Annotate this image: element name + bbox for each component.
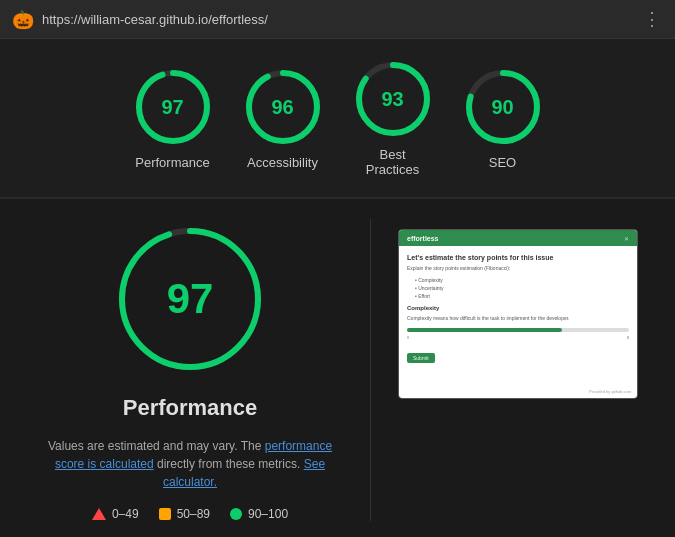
slider-label-right: 8: [627, 335, 629, 340]
browser-icon: 🎃: [12, 9, 32, 29]
performance-label: Performance: [135, 155, 209, 170]
green-circle-icon: [230, 508, 242, 520]
score-item-best-practices: 93 BestPractices: [353, 59, 433, 177]
seo-circle: 90: [463, 67, 543, 147]
screenshot-inner: effortless ✕ Let's estimate the story po…: [399, 230, 637, 398]
ss-section-text: Complexity means how difficult is the ta…: [407, 315, 629, 322]
description-mid: directly from these metrics.: [154, 457, 304, 471]
legend-orange-range: 50–89: [177, 507, 210, 521]
ss-subtitle: Explain the story points estimation (Fib…: [407, 265, 629, 271]
large-performance-score: 97: [167, 275, 214, 323]
score-item-accessibility: 96 Accessibility: [243, 67, 323, 170]
best-practices-score: 93: [381, 88, 403, 111]
score-item-seo: 90 SEO: [463, 67, 543, 170]
list-item-3: • Effort: [415, 293, 629, 299]
accessibility-label: Accessibility: [247, 155, 318, 170]
ss-footer: Provided by github.com: [589, 389, 631, 394]
legend-red-range: 0–49: [112, 507, 139, 521]
website-screenshot: effortless ✕ Let's estimate the story po…: [398, 229, 638, 399]
large-performance-circle: 97: [110, 219, 270, 379]
seo-label: SEO: [489, 155, 516, 170]
ss-title: Let's estimate the story points for this…: [407, 254, 629, 261]
performance-score: 97: [161, 95, 183, 118]
accessibility-score: 96: [271, 95, 293, 118]
legend-green: 90–100: [230, 507, 288, 521]
legend-red: 0–49: [92, 507, 139, 521]
slider-label-left: 0: [407, 335, 409, 340]
ss-header: effortless ✕: [399, 230, 637, 246]
accessibility-circle: 96: [243, 67, 323, 147]
performance-circle: 97: [133, 67, 213, 147]
seo-score: 90: [491, 95, 513, 118]
ss-list: • Complexity • Uncertainty • Effort: [415, 277, 629, 299]
red-triangle-icon: [92, 508, 106, 520]
legend: 0–49 50–89 90–100: [92, 507, 288, 521]
main-content: 97 Performance Values are estimated and …: [0, 199, 675, 537]
ss-slider: 0 8: [407, 328, 629, 340]
orange-square-icon: [159, 508, 171, 520]
legend-green-range: 90–100: [248, 507, 288, 521]
ss-submit-button: Submit: [407, 353, 435, 363]
ss-slider-labels: 0 8: [407, 335, 629, 340]
panel-divider: [370, 219, 371, 521]
more-options-icon[interactable]: ⋮: [643, 8, 663, 30]
ss-slider-fill: [407, 328, 562, 332]
ss-section-title: Complexity: [407, 305, 629, 311]
list-item-2: • Uncertainty: [415, 285, 629, 291]
legend-orange: 50–89: [159, 507, 210, 521]
left-panel: 97 Performance Values are estimated and …: [30, 219, 350, 521]
ss-close-icon: ✕: [624, 235, 629, 242]
score-item-performance: 97 Performance: [133, 67, 213, 170]
best-practices-label: BestPractices: [366, 147, 419, 177]
scores-section: 97 Performance 96 Accessibility 93 BestP…: [0, 39, 675, 199]
description-text: Values are estimated and may vary. The p…: [40, 437, 340, 491]
top-bar: 🎃 https://william-cesar.github.io/effort…: [0, 0, 675, 39]
best-practices-circle: 93: [353, 59, 433, 139]
ss-logo: effortless: [407, 235, 439, 242]
list-item-1: • Complexity: [415, 277, 629, 283]
right-panel: effortless ✕ Let's estimate the story po…: [391, 219, 645, 521]
section-title: Performance: [123, 395, 258, 421]
ss-slider-bar: [407, 328, 629, 332]
description-static: Values are estimated and may vary. The: [48, 439, 265, 453]
url-bar: https://william-cesar.github.io/effortle…: [42, 12, 633, 27]
